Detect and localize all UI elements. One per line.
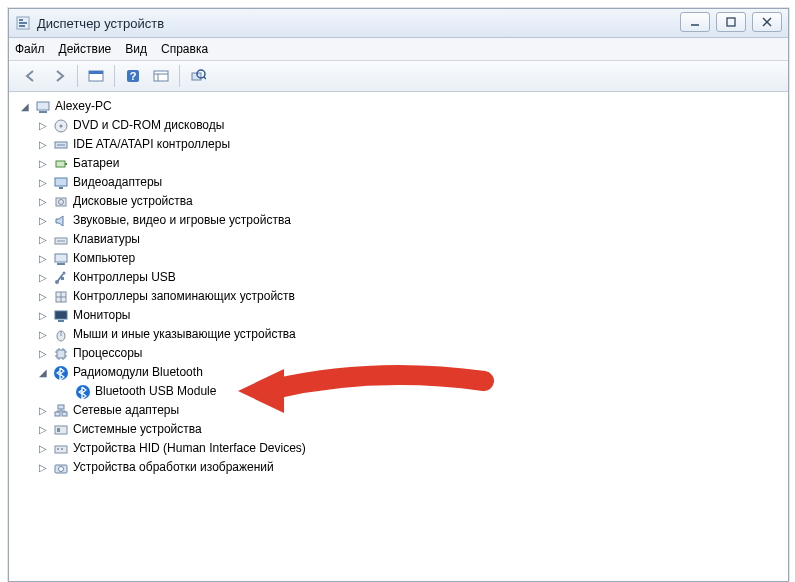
svg-rect-48 [55,426,67,434]
menu-help[interactable]: Справка [161,42,208,56]
maximize-button[interactable] [716,12,746,32]
menu-action[interactable]: Действие [59,42,112,56]
bluetooth-icon [53,365,69,381]
tree-category[interactable]: ▷ Дисковые устройства [35,192,780,211]
forward-button[interactable] [47,64,71,88]
collapse-icon[interactable]: ◢ [37,363,49,382]
category-label: Контроллеры USB [73,268,176,287]
expand-icon[interactable]: ▷ [37,287,49,306]
tree-category[interactable]: ▷ Мониторы [35,306,780,325]
svg-rect-45 [55,412,60,416]
minimize-button[interactable] [680,12,710,32]
svg-rect-36 [61,277,64,280]
back-button[interactable] [19,64,43,88]
tree-root[interactable]: ◢ Alexey-PC [17,97,780,116]
svg-rect-38 [55,311,67,319]
usb-icon [53,270,69,286]
tree-category[interactable]: ▷ Видеоадаптеры [35,173,780,192]
svg-rect-39 [58,320,64,322]
battery-icon [53,156,69,172]
tree-device[interactable]: Bluetooth USB Module [35,382,780,401]
svg-rect-26 [55,178,67,186]
svg-rect-32 [55,254,67,262]
svg-rect-25 [65,163,67,165]
help-button[interactable]: ? [121,64,145,88]
svg-point-21 [60,124,63,127]
system-icon [53,422,69,438]
tree-category[interactable]: ▷ Системные устройства [35,420,780,439]
expand-icon[interactable]: ▷ [37,173,49,192]
expand-icon[interactable]: ▷ [37,268,49,287]
svg-rect-1 [19,19,23,21]
tree-category[interactable]: ▷ Процессоры [35,344,780,363]
tree-category[interactable]: ▷ Контроллеры запоминающих устройств [35,287,780,306]
svg-rect-5 [727,18,735,26]
category-label: Мониторы [73,306,130,325]
expand-icon[interactable]: ▷ [37,192,49,211]
expand-icon[interactable]: ▷ [37,249,49,268]
expand-icon[interactable]: ▷ [37,154,49,173]
expand-icon[interactable]: ▷ [37,325,49,344]
collapse-icon[interactable]: ◢ [19,97,31,116]
category-label: Дисковые устройства [73,192,193,211]
tree-category[interactable]: ▷ Мыши и иные указывающие устройства [35,325,780,344]
expand-icon[interactable]: ▷ [37,116,49,135]
scan-hardware-button[interactable] [186,64,210,88]
root-label: Alexey-PC [55,97,112,116]
expand-icon[interactable]: ▷ [37,230,49,249]
close-button[interactable] [752,12,782,32]
tree-category[interactable]: ▷ Сетевые адаптеры [35,401,780,420]
expand-icon[interactable]: ▷ [37,439,49,458]
tree-category[interactable]: ▷ Клавиатуры [35,230,780,249]
titlebar: Диспетчер устройств [9,9,788,38]
device-tree-pane[interactable]: ◢ Alexey-PC ▷ DVD и CD-ROM дисководы ▷ [9,92,788,581]
expand-icon[interactable]: ▷ [37,306,49,325]
menu-view[interactable]: Вид [125,42,147,56]
sound-icon [53,213,69,229]
expand-icon[interactable]: ▷ [37,211,49,230]
device-manager-window: Диспетчер устройств Файл Действие Вид Сп… [8,8,789,582]
category-label: Клавиатуры [73,230,140,249]
svg-line-17 [204,77,207,80]
hdd-icon [53,194,69,210]
expand-icon[interactable]: ▷ [37,135,49,154]
expand-icon[interactable]: ▷ [37,344,49,363]
properties-button[interactable] [149,64,173,88]
svg-rect-27 [59,187,63,189]
svg-rect-42 [57,350,65,358]
svg-rect-46 [62,412,67,416]
svg-rect-3 [19,25,25,27]
hid-icon [53,441,69,457]
network-icon [53,403,69,419]
tree-category[interactable]: ▷ Устройства обработки изображений [35,458,780,477]
tree-category[interactable]: ▷ Контроллеры USB [35,268,780,287]
tree-category[interactable]: ▷ Компьютер [35,249,780,268]
tree-category[interactable]: ▷ Звуковые, видео и игровые устройства [35,211,780,230]
show-hidden-button[interactable] [84,64,108,88]
device-label: Bluetooth USB Module [95,382,216,401]
tree-category[interactable]: ▷ Устройства HID (Human Interface Device… [35,439,780,458]
tree-category[interactable]: ▷ Батареи [35,154,780,173]
computer-icon [35,99,51,115]
svg-rect-33 [57,263,65,265]
category-label: Компьютер [73,249,135,268]
mouse-icon [53,327,69,343]
svg-rect-18 [37,102,49,110]
category-label: Видеоадаптеры [73,173,162,192]
svg-rect-24 [56,161,65,167]
category-label: DVD и CD-ROM дисководы [73,116,224,135]
expand-icon[interactable]: ▷ [37,401,49,420]
category-label: Мыши и иные указывающие устройства [73,325,296,344]
svg-point-51 [57,448,59,450]
computer-icon [53,251,69,267]
expand-icon[interactable]: ▷ [37,420,49,439]
category-label: Устройства обработки изображений [73,458,274,477]
svg-text:?: ? [130,70,137,82]
menu-file[interactable]: Файл [15,42,45,56]
tree-category[interactable]: ◢ Радиомодули Bluetooth [35,363,780,382]
category-label: IDE ATA/ATAPI контроллеры [73,135,230,154]
tree-category[interactable]: ▷ DVD и CD-ROM дисководы [35,116,780,135]
svg-point-35 [63,271,66,274]
tree-category[interactable]: ▷ IDE ATA/ATAPI контроллеры [35,135,780,154]
expand-icon[interactable]: ▷ [37,458,49,477]
